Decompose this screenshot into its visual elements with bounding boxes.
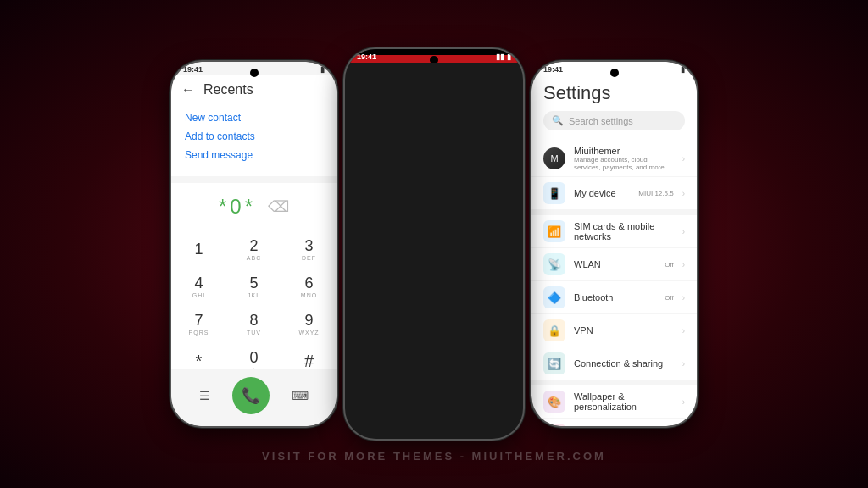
status-icons-right: ▮ — [681, 65, 685, 74]
key-alpha-8: TUV — [247, 330, 261, 336]
add-contacts-link[interactable]: Add to contacts — [185, 130, 323, 142]
watermark: VISIT FOR MORE THEMES - MIUITHEMER.COM — [262, 450, 606, 463]
status-time-right: 19:41 — [543, 65, 563, 74]
settings-item-bt-content: Bluetooth — [574, 292, 656, 302]
settings-item-profile-content: Miuithemer Manage accounts, cloud servic… — [574, 146, 674, 171]
back-button[interactable]: ← — [181, 82, 195, 97]
key-alpha-7: PQRS — [189, 330, 209, 336]
dialer-display: *0* ⌫ — [171, 183, 337, 225]
settings-item-device[interactable]: 📱 My device MIUI 12.5.5 › — [531, 177, 697, 210]
call-button[interactable]: 📞 — [232, 377, 270, 414]
settings-list: M Miuithemer Manage accounts, cloud serv… — [531, 141, 697, 426]
key-num-4: 4 — [194, 274, 203, 292]
key-6[interactable]: 6MNO — [281, 268, 337, 305]
arrow-icon-sim: › — [682, 227, 685, 236]
key-3[interactable]: 3DEF — [281, 230, 337, 268]
punch-hole-left — [250, 69, 259, 77]
new-contact-link[interactable]: New contact — [185, 112, 323, 124]
left-phone: 19:41 ▮ ← Recents New contact Add to con… — [171, 62, 337, 426]
settings-item-vpn[interactable]: 🔒 VPN › — [531, 314, 697, 347]
menu-icon[interactable]: ☰ — [199, 389, 210, 402]
key-num-1: 1 — [194, 241, 203, 258]
settings-item-bluetooth[interactable]: 🔷 Bluetooth Off › — [531, 281, 697, 314]
settings-profile-sub: Manage accounts, cloud services, payment… — [574, 156, 674, 171]
connection-icon: 🔄 — [543, 352, 565, 374]
key-8[interactable]: 8TUV — [226, 305, 281, 342]
settings-item-profile[interactable]: M Miuithemer Manage accounts, cloud serv… — [531, 141, 697, 177]
device-badge: MIUI 12.5.5 — [638, 190, 673, 197]
dialer-title: Recents — [203, 82, 253, 97]
settings-item-connection[interactable]: 🔄 Connection & sharing › — [531, 347, 697, 380]
dialer-actions: New contact Add to contacts Send message — [171, 103, 337, 176]
wallpaper-icon: 🎨 — [543, 391, 565, 413]
status-icons-left: ▮ — [320, 65, 325, 74]
arrow-icon-profile: › — [682, 154, 685, 164]
status-time-center: 19:41 — [357, 53, 376, 61]
settings-conn-title: Connection & sharing — [574, 358, 674, 369]
battery-icon-right: ▮ — [681, 65, 685, 74]
settings-title: Settings — [543, 82, 685, 104]
key-alpha-4: GHI — [192, 292, 205, 298]
center-screen: 19:41 ▮▮ ▮ — [345, 49, 523, 63]
settings-item-aod-content: Always-on display & Lock screen — [574, 424, 674, 426]
status-icons-center: ▮▮ ▮ — [496, 53, 511, 61]
key-alpha-2: ABC — [247, 255, 261, 261]
settings-item-aod[interactable]: 🔐 Always-on display & Lock screen › — [531, 419, 697, 426]
settings-item-conn-content: Connection & sharing — [574, 358, 674, 369]
key-alpha-5: JKL — [248, 292, 260, 298]
settings-profile-title: Miuithemer — [574, 146, 674, 156]
settings-item-wlan[interactable]: 📡 WLAN Off › — [531, 248, 697, 281]
settings-sim-title: SIM cards & mobile networks — [574, 221, 674, 241]
sim-icon: 📶 — [543, 220, 565, 242]
keypad: 1 2ABC 3DEF 4GHI 5JKL 6MNO 7PQRS 8TUV 9W… — [171, 225, 337, 385]
send-message-link[interactable]: Send message — [185, 149, 323, 161]
key-num-8: 8 — [249, 312, 258, 330]
key-9[interactable]: 9WXYZ — [281, 305, 337, 342]
left-screen: 19:41 ▮ ← Recents New contact Add to con… — [171, 62, 337, 426]
search-box[interactable]: 🔍 Search settings — [543, 111, 685, 130]
key-num-9: 9 — [304, 312, 313, 330]
settings-wp-title: Wallpaper & personalization — [574, 391, 674, 412]
center-phone: 19:41 ▮▮ ▮ — [345, 49, 523, 439]
avatar: M — [543, 147, 565, 169]
bluetooth-icon: 🔷 — [543, 286, 565, 308]
key-num-2: 2 — [249, 237, 258, 255]
key-5[interactable]: 5JKL — [226, 268, 281, 305]
settings-device-title: My device — [574, 188, 630, 198]
arrow-icon-conn: › — [682, 359, 685, 369]
settings-item-wlan-content: WLAN — [574, 259, 656, 269]
arrow-icon-vpn: › — [682, 326, 685, 336]
dialpad-icon[interactable]: ⌨ — [292, 389, 309, 402]
settings-item-sim-content: SIM cards & mobile networks — [574, 221, 674, 241]
key-num-6: 6 — [304, 274, 313, 292]
right-phone: 19:41 ▮ Settings 🔍 Search settings M — [531, 62, 697, 426]
key-7[interactable]: 7PQRS — [171, 305, 226, 342]
vpn-icon: 🔒 — [543, 319, 565, 341]
phones-container: 19:41 ▮ ← Recents New contact Add to con… — [171, 0, 697, 488]
aod-icon: 🔐 — [543, 424, 565, 426]
settings-vpn-title: VPN — [574, 325, 674, 336]
status-time-left: 19:41 — [183, 65, 203, 74]
device-icon: 📱 — [543, 182, 565, 204]
dialer-bottom: ☰ 📞 ⌨ — [171, 369, 337, 426]
wlan-badge: Off — [665, 261, 674, 269]
punch-hole-center — [430, 56, 438, 63]
arrow-icon-wlan: › — [682, 260, 685, 269]
settings-item-wallpaper[interactable]: 🎨 Wallpaper & personalization › — [531, 385, 697, 419]
search-placeholder: Search settings — [569, 116, 633, 126]
dialer-header: ← Recents — [171, 75, 337, 103]
arrow-icon-bt: › — [682, 293, 685, 302]
punch-hole-right — [610, 69, 619, 77]
settings-bt-title: Bluetooth — [574, 292, 656, 302]
key-1[interactable]: 1 — [171, 230, 226, 268]
battery-icon-left: ▮ — [320, 65, 325, 74]
right-screen: 19:41 ▮ Settings 🔍 Search settings M — [531, 62, 697, 426]
key-2[interactable]: 2ABC — [226, 230, 281, 268]
backspace-button[interactable]: ⌫ — [268, 197, 289, 216]
arrow-icon-wp: › — [682, 397, 685, 407]
settings-wlan-title: WLAN — [574, 259, 656, 269]
key-4[interactable]: 4GHI — [171, 268, 226, 305]
key-num-5: 5 — [249, 274, 258, 292]
settings-item-sim[interactable]: 📶 SIM cards & mobile networks › — [531, 215, 697, 248]
settings-item-device-content: My device — [574, 188, 630, 198]
